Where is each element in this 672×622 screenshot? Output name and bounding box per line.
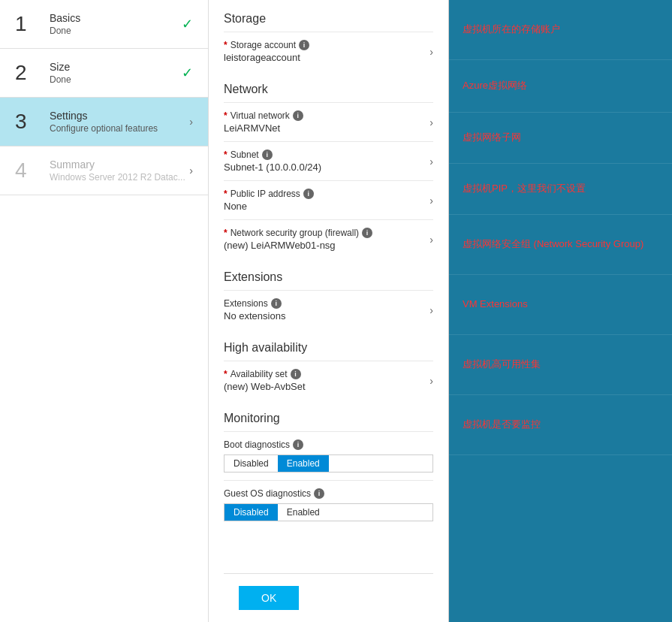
storage-account-field[interactable]: * Storage account i leistorageaccount › [224, 32, 433, 71]
subnet-value: Subnet-1 (10.0.0.0/24) [224, 162, 429, 173]
annotation-subnet-text: 虚拟网络子网 [463, 131, 521, 144]
monitoring-header: Monitoring [224, 400, 433, 431]
step-subtitle-summary: Windows Server 2012 R2 Datac... [50, 172, 186, 183]
extensions-header: Extensions [224, 258, 433, 290]
sidebar: 1 Basics Done ✓ 2 Size Done ✓ 3 Settings… [0, 0, 209, 622]
annotation-nsg: 虚拟网络安全组 (Network Security Group) [449, 215, 672, 275]
annotation-extensions: VM Extensions [449, 275, 672, 335]
step-info-basics: Basics Done [50, 12, 176, 36]
guest-os-disabled-btn[interactable]: Disabled [225, 504, 278, 521]
boot-diagnostics-label: Boot diagnostics i [224, 439, 433, 450]
extensions-label: Extensions i [224, 298, 429, 309]
boot-diagnostics-enabled-btn[interactable]: Enabled [278, 455, 329, 472]
step-title-size: Size [50, 61, 176, 73]
storage-account-content: * Storage account i leistorageaccount [224, 40, 429, 63]
step-number-3: 3 [15, 110, 42, 134]
subnet-info-icon[interactable]: i [262, 149, 273, 160]
step-settings[interactable]: 3 Settings Configure optional features › [0, 98, 208, 146]
step-info-settings: Settings Configure optional features [50, 110, 186, 134]
guest-os-enabled-btn[interactable]: Enabled [278, 504, 329, 521]
avset-chevron: › [429, 375, 433, 387]
storage-chevron: › [429, 46, 433, 58]
public-ip-value: None [224, 201, 429, 212]
nsg-field[interactable]: * Network security group (firewall) i (n… [224, 219, 433, 258]
boot-diagnostics-disabled-btn[interactable]: Disabled [225, 455, 278, 472]
network-header: Network [224, 71, 433, 102]
vnet-chevron: › [429, 116, 433, 128]
step-title-summary: Summary [50, 159, 186, 171]
subnet-required-star: * [224, 149, 228, 160]
avset-info-icon[interactable]: i [291, 369, 301, 379]
guest-os-diagnostics-toggle: Disabled Enabled [224, 503, 433, 521]
step-number-2: 2 [15, 61, 42, 85]
ok-button[interactable]: OK [239, 586, 299, 610]
main-content: Storage * Storage account i leistorageac… [209, 0, 449, 622]
pip-required-star: * [224, 189, 228, 199]
annotation-storage-text: 虚拟机所在的存储账户 [463, 23, 560, 36]
step-subtitle-settings: Configure optional features [50, 123, 186, 134]
step-subtitle-size: Done [50, 74, 176, 85]
guest-os-info-icon[interactable]: i [314, 488, 324, 499]
storage-account-label: * Storage account i [224, 40, 429, 50]
public-ip-label: * Public IP address i [224, 189, 429, 199]
vnet-required-star: * [224, 110, 228, 121]
public-ip-field[interactable]: * Public IP address i None › [224, 180, 433, 219]
virtual-network-content: * Virtual network i LeiARMVNet [224, 110, 429, 134]
nsg-value: (new) LeiARMWeb01-nsg [224, 240, 429, 251]
boot-diagnostics-info-icon[interactable]: i [293, 439, 303, 450]
subnet-chevron: › [429, 156, 433, 168]
annotation-avset-text: 虚拟机高可用性集 [463, 358, 541, 371]
step-info-size: Size Done [50, 61, 176, 85]
extensions-field[interactable]: Extensions i No extensions › [224, 290, 433, 329]
guest-os-diagnostics-label: Guest OS diagnostics i [224, 488, 433, 499]
nsg-chevron: › [429, 234, 433, 246]
annotation-subnet: 虚拟网络子网 [449, 113, 672, 164]
subnet-field[interactable]: * Subnet i Subnet-1 (10.0.0.0/24) › [224, 141, 433, 180]
boot-diagnostics-toggle: Disabled Enabled [224, 454, 433, 473]
vnet-info-icon[interactable]: i [293, 110, 303, 121]
extensions-chevron: › [429, 304, 433, 316]
extensions-content: Extensions i No extensions [224, 298, 429, 322]
availability-set-field[interactable]: * Availability set i (new) Web-AvbSet › [224, 361, 433, 400]
virtual-network-field[interactable]: * Virtual network i LeiARMVNet › [224, 102, 433, 141]
annotation-nsg-text: 虚拟网络安全组 (Network Security Group) [463, 237, 643, 251]
step-chevron-settings: › [189, 116, 193, 128]
step-check-basics: ✓ [182, 16, 193, 32]
step-chevron-summary: › [189, 165, 193, 177]
step-number-1: 1 [15, 12, 42, 36]
step-title-settings: Settings [50, 110, 186, 122]
annotation-vnet-text: Azure虚拟网络 [463, 79, 527, 92]
step-number-4: 4 [15, 159, 42, 183]
step-basics[interactable]: 1 Basics Done ✓ [0, 0, 208, 49]
annotation-storage: 虚拟机所在的存储账户 [449, 0, 672, 60]
subnet-label: * Subnet i [224, 149, 429, 160]
ok-button-row: OK [224, 573, 433, 622]
nsg-info-icon[interactable]: i [362, 228, 372, 238]
virtual-network-label: * Virtual network i [224, 110, 429, 121]
annotation-monitoring-text: 虚拟机是否要监控 [463, 418, 541, 431]
step-subtitle-basics: Done [50, 26, 176, 36]
subnet-content: * Subnet i Subnet-1 (10.0.0.0/24) [224, 149, 429, 173]
annotation-monitoring: 虚拟机是否要监控 [449, 395, 672, 455]
high-availability-header: High availability [224, 329, 433, 361]
nsg-required-star: * [224, 228, 228, 238]
step-summary[interactable]: 4 Summary Windows Server 2012 R2 Datac..… [0, 146, 208, 195]
availability-set-label: * Availability set i [224, 369, 429, 379]
step-title-basics: Basics [50, 12, 176, 24]
extensions-info-icon[interactable]: i [271, 298, 282, 309]
public-ip-content: * Public IP address i None [224, 189, 429, 212]
storage-info-icon[interactable]: i [299, 40, 309, 50]
availability-set-value: (new) Web-AvbSet [224, 381, 429, 392]
annotation-vnet: Azure虚拟网络 [449, 60, 672, 113]
step-size[interactable]: 2 Size Done ✓ [0, 49, 208, 98]
storage-header: Storage [224, 0, 433, 32]
virtual-network-value: LeiARMVNet [224, 122, 429, 134]
nsg-label: * Network security group (firewall) i [224, 228, 429, 238]
avset-required-star: * [224, 369, 228, 379]
storage-required-star: * [224, 40, 228, 50]
pip-info-icon[interactable]: i [303, 189, 314, 199]
annotation-panel: 虚拟机所在的存储账户 Azure虚拟网络 虚拟网络子网 虚拟机PIP，这里我们不… [449, 0, 672, 622]
pip-chevron: › [429, 195, 433, 207]
step-info-summary: Summary Windows Server 2012 R2 Datac... [50, 159, 186, 183]
extensions-value: No extensions [224, 310, 429, 322]
